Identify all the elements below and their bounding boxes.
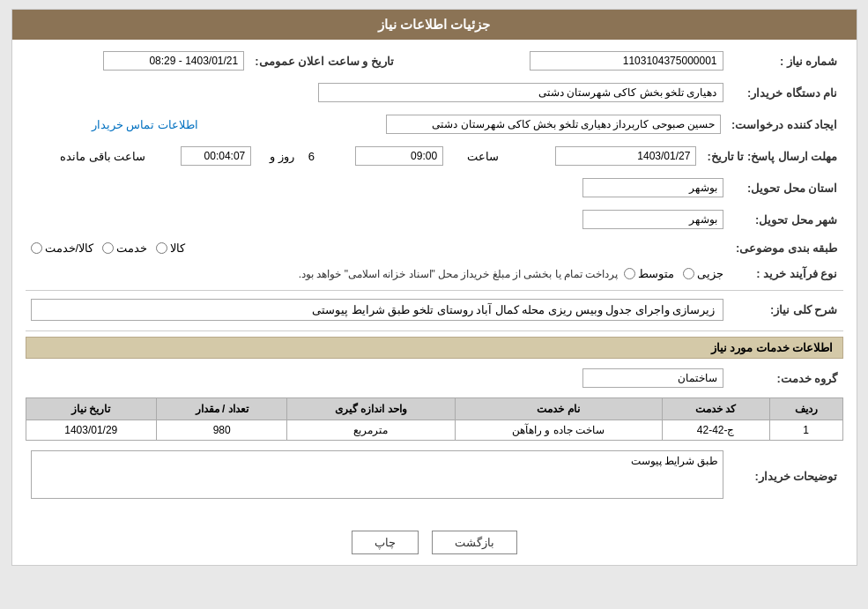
label-deadline: مهلت ارسال پاسخ: تا تاریخ: xyxy=(701,144,842,168)
days-label: 6 xyxy=(298,144,320,168)
divider-2 xyxy=(26,330,843,331)
announce-date-input[interactable] xyxy=(103,51,244,71)
province-field xyxy=(26,175,729,200)
description-box: زیرسازی واجرای جدول وبیس ریزی محله کمال … xyxy=(31,299,723,321)
info-grid-category: طبقه بندی موضوعی: کالا/خدمت خدمت کالا xyxy=(26,239,843,257)
col-header-need-date: تاریخ نیاز xyxy=(26,398,157,420)
radio-minor[interactable] xyxy=(683,268,694,279)
purchase-type-radio-group: متوسط جزیی xyxy=(624,267,723,280)
province-input[interactable] xyxy=(582,178,723,197)
purchase-type-row: متوسط جزیی پرداخت تمام یا بخشی از مبلغ خ… xyxy=(31,267,723,280)
city-field xyxy=(26,207,729,232)
purchase-note: پرداخت تمام یا بخشی از مبلغ خریداز محل "… xyxy=(299,268,619,280)
divider-1 xyxy=(26,290,843,291)
info-grid-description: شرح کلی نیاز: زیرسازی واجرای جدول وبیس ر… xyxy=(26,296,843,323)
print-button[interactable]: چاپ xyxy=(352,531,419,554)
radio-label-services: خدمت xyxy=(116,241,147,255)
days-text: روز و xyxy=(256,144,298,168)
cell-service-code: ج-42-42 xyxy=(662,420,769,441)
general-description-field: زیرسازی واجرای جدول وبیس ریزی محله کمال … xyxy=(26,296,729,323)
buyer-notes-textarea[interactable]: طبق شرایط پیوست xyxy=(31,450,723,499)
info-grid-service-group: گروه خدمت: xyxy=(26,366,843,390)
requester-input[interactable] xyxy=(386,115,721,134)
services-table: ردیف کد خدمت نام خدمت واحد اندازه گیری ت… xyxy=(26,397,843,441)
cell-row-number: 1 xyxy=(769,420,842,441)
info-grid-province: استان محل تحویل: xyxy=(26,175,843,200)
service-group-input[interactable] xyxy=(582,368,723,388)
info-grid-deadline: مهلت ارسال پاسخ: تا تاریخ: ساعت 6 روز و … xyxy=(26,144,843,168)
radio-goods-services[interactable] xyxy=(31,242,42,254)
need-number-input[interactable] xyxy=(530,51,723,71)
label-general-description: شرح کلی نیاز: xyxy=(729,296,843,323)
remaining-field xyxy=(151,144,256,168)
radio-item-minor: جزیی xyxy=(683,267,723,280)
cell-quantity: 980 xyxy=(157,420,287,441)
deadline-date-field xyxy=(504,144,702,168)
remaining-input[interactable] xyxy=(181,146,251,166)
col-header-unit: واحد اندازه گیری xyxy=(287,398,455,420)
service-group-field xyxy=(26,366,729,390)
radio-label-goods-services: کالا/خدمت xyxy=(45,241,94,255)
label-buyer-org: نام دستگاه خریدار: xyxy=(729,80,843,105)
radio-item-goods-services: کالا/خدمت xyxy=(31,241,94,255)
radio-label-goods: کالا xyxy=(170,241,185,255)
radio-goods[interactable] xyxy=(156,242,167,254)
remaining-label: ساعت باقی مانده xyxy=(26,144,152,168)
contact-link[interactable]: اطلاعات تماس خریدار xyxy=(92,118,198,131)
label-service-group: گروه خدمت: xyxy=(729,366,843,390)
radio-medium[interactable] xyxy=(624,268,635,279)
col-header-service-code: کد خدمت xyxy=(662,398,769,420)
radio-item-goods: کالا xyxy=(156,241,185,255)
label-category: طبقه بندی موضوعی: xyxy=(729,239,843,257)
page-header: جزئیات اطلاعات نیاز xyxy=(12,10,857,40)
requester-field xyxy=(207,112,726,137)
announce-date-field xyxy=(26,48,250,73)
buyer-org-input[interactable] xyxy=(318,83,723,102)
info-grid-purchase-type: نوع فرآیند خرید : متوسط جزیی xyxy=(26,264,843,283)
purchase-type-field: متوسط جزیی پرداخت تمام یا بخشی از مبلغ خ… xyxy=(26,264,729,283)
main-container: جزئیات اطلاعات نیاز شماره نیاز : تاریخ و… xyxy=(11,9,857,566)
back-button[interactable]: بازگشت xyxy=(432,531,517,554)
label-need-number: شماره نیاز : xyxy=(729,48,843,73)
label-purchase-type: نوع فرآیند خرید : xyxy=(729,264,843,283)
info-grid-notes: توضیحات خریدار: طبق شرایط پیوست xyxy=(26,448,843,504)
label-announce-date: تاریخ و ساعت اعلان عمومی: xyxy=(249,48,399,73)
table-row: 1 ج-42-42 ساخت جاده و راهآهن مترمربع 980… xyxy=(26,420,842,441)
time-label: ساعت xyxy=(449,144,504,168)
buyer-org-field xyxy=(26,80,729,105)
services-section-title: اطلاعات خدمات مورد نیاز xyxy=(26,337,843,359)
cell-service-name: ساخت جاده و راهآهن xyxy=(455,420,662,441)
col-header-service-name: نام خدمت xyxy=(455,398,662,420)
info-grid-requester: ایجاد کننده درخواست: اطلاعات تماس خریدار xyxy=(26,112,843,137)
cell-need-date: 1403/01/29 xyxy=(26,420,157,441)
info-grid-top: شماره نیاز : تاریخ و ساعت اعلان عمومی: xyxy=(26,48,843,73)
info-grid-buyer: نام دستگاه خریدار: xyxy=(26,80,843,105)
deadline-date-input[interactable] xyxy=(555,146,696,166)
content-area: شماره نیاز : تاریخ و ساعت اعلان عمومی: ن… xyxy=(12,40,857,520)
deadline-time-field xyxy=(320,144,449,168)
buyer-notes-field: طبق شرایط پیوست xyxy=(26,448,729,504)
cell-unit: مترمربع xyxy=(287,420,455,441)
need-number-field xyxy=(426,48,729,73)
radio-label-medium: متوسط xyxy=(638,267,674,280)
radio-label-minor: جزیی xyxy=(697,267,723,280)
category-radio-group: کالا/خدمت خدمت کالا xyxy=(31,241,723,255)
footer-buttons: بازگشت چاپ xyxy=(12,520,857,565)
info-grid-city: شهر محل تحویل: xyxy=(26,207,843,232)
label-buyer-notes: توضیحات خریدار: xyxy=(729,448,843,504)
label-city: شهر محل تحویل: xyxy=(729,207,843,232)
deadline-time-input[interactable] xyxy=(355,146,443,166)
page-title: جزئیات اطلاعات نیاز xyxy=(378,17,490,32)
label-province: استان محل تحویل: xyxy=(729,175,843,200)
label-requester: ایجاد کننده درخواست: xyxy=(726,112,843,137)
radio-item-medium: متوسط xyxy=(624,267,674,280)
description-text: زیرسازی واجرای جدول وبیس ریزی محله کمال … xyxy=(312,303,715,316)
col-header-quantity: تعداد / مقدار xyxy=(157,398,287,420)
radio-services[interactable] xyxy=(102,242,114,254)
city-input[interactable] xyxy=(582,210,723,229)
category-field: کالا/خدمت خدمت کالا xyxy=(26,239,729,257)
col-header-row: ردیف xyxy=(769,398,842,420)
radio-item-services: خدمت xyxy=(102,241,147,255)
